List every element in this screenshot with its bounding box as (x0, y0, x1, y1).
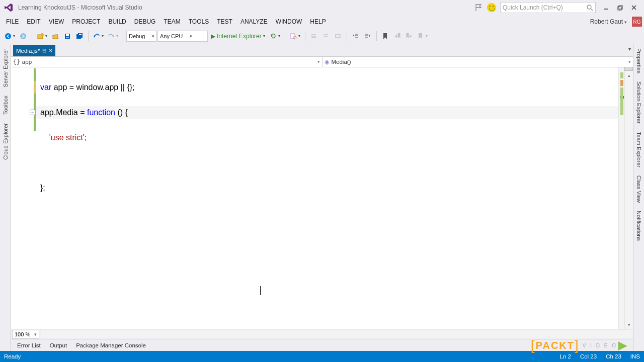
zoom-select[interactable]: 100 % (12, 330, 39, 339)
find-in-files-button[interactable] (288, 31, 302, 42)
menu-view[interactable]: VIEW (45, 16, 68, 27)
config-select[interactable]: Debug (126, 31, 156, 42)
maximize-button[interactable] (613, 2, 627, 13)
redo-button[interactable] (106, 31, 120, 42)
right-tab-properties[interactable]: Properties (635, 44, 643, 77)
right-tab-class-view[interactable]: Class View (635, 171, 643, 207)
split-handle[interactable] (624, 67, 633, 71)
status-ch: Ch 23 (606, 353, 621, 359)
menu-build[interactable]: BUILD (104, 16, 130, 27)
window-title: Learning KnockoutJS - Microsoft Visual S… (18, 4, 142, 11)
namespace-icon: {} (13, 58, 20, 65)
title-bar: Learning KnockoutJS - Microsoft Visual S… (0, 0, 644, 15)
bottom-tool-tabs: Error List Output Package Manager Consol… (11, 339, 633, 351)
increase-indent-button[interactable] (362, 31, 373, 42)
save-button[interactable] (62, 31, 73, 42)
feedback-smile-icon[interactable] (487, 3, 496, 12)
scroll-up-icon[interactable]: ▴ (625, 71, 633, 79)
decrease-indent-button[interactable] (350, 31, 361, 42)
vs-logo-icon (3, 2, 14, 13)
left-tab-cloud-explorer[interactable]: Cloud Explorer (2, 119, 10, 164)
menu-bar: FILE EDIT VIEW PROJECT BUILD DEBUG TEAM … (0, 15, 644, 28)
right-tab-team-explorer[interactable]: Team Explorer (635, 128, 643, 171)
svg-point-0 (587, 5, 591, 9)
status-ins: INS (630, 353, 640, 359)
tab-overflow-button[interactable]: ▾ (628, 46, 631, 52)
menu-test[interactable]: TEST (213, 16, 236, 27)
nav-forward-button[interactable] (18, 31, 29, 42)
member-dropdown[interactable]: ◉Media() (323, 57, 633, 67)
close-tab-icon[interactable]: × (49, 47, 52, 54)
menu-tools[interactable]: TOOLS (185, 16, 213, 27)
menu-debug[interactable]: DEBUG (130, 16, 160, 27)
prev-bookmark-button[interactable] (392, 31, 403, 42)
svg-rect-12 (66, 34, 69, 36)
svg-rect-16 (79, 34, 82, 35)
clear-bookmarks-button[interactable] (416, 31, 429, 42)
close-button[interactable] (627, 2, 641, 13)
toggle-button[interactable] (333, 31, 344, 42)
right-tab-notifications[interactable]: Notifications (635, 207, 643, 245)
text-caret (260, 286, 261, 295)
editor-gutter (11, 67, 36, 329)
save-all-button[interactable] (74, 31, 85, 42)
code-editor[interactable]: var app = window.app || {}; −app.Media =… (11, 67, 633, 329)
undo-button[interactable] (92, 31, 105, 42)
menu-team[interactable]: TEAM (159, 16, 184, 27)
code-text[interactable]: var app = window.app || {}; −app.Media =… (36, 67, 618, 329)
pin-icon[interactable]: ⊟ (42, 48, 46, 53)
document-tab-media[interactable]: Media.js* ⊟ × (13, 45, 55, 56)
vertical-scrollbar[interactable]: ▴ ▾ (624, 67, 633, 329)
browser-refresh-button[interactable] (268, 31, 282, 42)
svg-rect-24 (336, 35, 340, 38)
quick-launch-input[interactable]: Quick Launch (Ctrl+Q) (500, 2, 596, 13)
svg-line-1 (591, 9, 593, 11)
menu-help[interactable]: HELP (306, 16, 330, 27)
right-tab-solution-explorer[interactable]: Solution Explorer (635, 77, 643, 128)
menu-file[interactable]: FILE (2, 16, 23, 27)
packt-watermark: [PACKT] V I D E O▶ (531, 337, 628, 353)
tab-output[interactable]: Output (46, 341, 71, 350)
fold-toggle-icon[interactable]: − (30, 110, 35, 115)
document-tab-label: Media.js* (16, 48, 40, 54)
left-tab-toolbox[interactable]: Toolbox (2, 91, 10, 119)
editor-pane: Media.js* ⊟ × ▾ {}app ◉Media() (11, 44, 633, 351)
scope-dropdown[interactable]: {}app (11, 57, 323, 67)
chevron-down-icon: ▾ (624, 20, 627, 25)
next-bookmark-button[interactable] (404, 31, 415, 42)
tab-error-list[interactable]: Error List (13, 341, 45, 350)
main-area: Server Explorer Toolbox Cloud Explorer M… (0, 44, 644, 351)
left-dock: Server Explorer Toolbox Cloud Explorer (0, 44, 11, 351)
platform-select[interactable]: Any CPU (157, 31, 208, 42)
svg-rect-13 (66, 37, 69, 38)
status-col: Col 23 (580, 353, 597, 359)
open-file-button[interactable] (50, 31, 61, 42)
notifications-flag-icon[interactable] (475, 4, 483, 12)
signed-in-user[interactable]: Robert Gaut▾ (587, 16, 630, 27)
left-tab-server-explorer[interactable]: Server Explorer (2, 44, 10, 91)
quick-launch-placeholder: Quick Launch (Ctrl+Q) (503, 4, 587, 11)
code-nav-bar: {}app ◉Media() (11, 56, 633, 67)
menu-project[interactable]: PROJECT (68, 16, 104, 27)
uncomment-button[interactable] (320, 31, 332, 42)
comment-button[interactable] (308, 31, 319, 42)
status-ready: Ready (4, 353, 21, 359)
tab-package-manager[interactable]: Package Manager Console (72, 341, 150, 350)
scroll-down-icon[interactable]: ▾ (625, 321, 633, 329)
search-icon (587, 5, 593, 11)
menu-window[interactable]: WINDOW (272, 16, 306, 27)
menu-edit[interactable]: EDIT (23, 16, 44, 27)
new-project-button[interactable] (35, 31, 49, 42)
status-line: Ln 2 (560, 353, 571, 359)
menu-analyze[interactable]: ANALYZE (236, 16, 272, 27)
right-dock: Properties Solution Explorer Team Explor… (633, 44, 644, 351)
minimize-button[interactable] (599, 2, 613, 13)
method-icon: ◉ (325, 59, 330, 65)
user-badge[interactable]: RG (632, 17, 642, 27)
svg-point-10 (41, 33, 44, 36)
svg-point-8 (20, 33, 26, 39)
start-debug-button[interactable]: ▶Internet Explorer (209, 31, 267, 42)
nav-back-button[interactable] (3, 31, 17, 42)
bookmark-button[interactable] (380, 31, 391, 42)
overview-ruler[interactable] (618, 67, 624, 329)
